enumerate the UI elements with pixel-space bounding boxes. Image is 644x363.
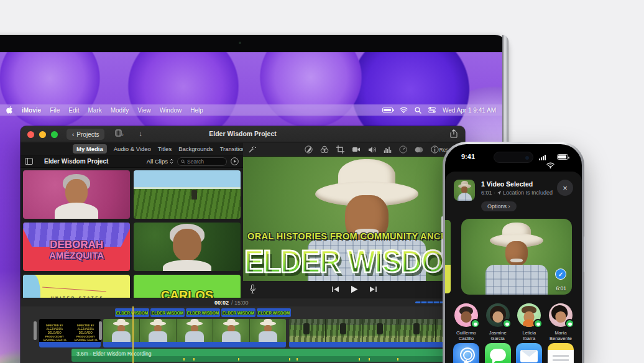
title-clip-label: ELDER WISDOM bbox=[152, 311, 183, 315]
clip-thumbnail-elder-woman-closeup[interactable] bbox=[134, 223, 241, 271]
menu-clock[interactable]: Wed Apr 1 9:41 AM bbox=[443, 107, 496, 114]
menu-mark[interactable]: Mark bbox=[88, 107, 101, 114]
title-clip[interactable]: ELDER WISDOM bbox=[150, 308, 185, 317]
check-glyph: ✓ bbox=[558, 271, 563, 278]
tab-titles[interactable]: Titles bbox=[158, 145, 172, 152]
contact-name: LeticiaIbarra bbox=[522, 330, 536, 341]
menu-imovie[interactable]: iMovie bbox=[22, 107, 41, 114]
contact-guillermo[interactable]: GuillermoCastillo bbox=[451, 303, 481, 341]
tab-backgrounds[interactable]: Backgrounds bbox=[178, 145, 213, 152]
spotlight-search-icon[interactable] bbox=[415, 107, 421, 114]
contact-name: GuillermoCastillo bbox=[456, 330, 476, 341]
credit-name: ALEJANDRA DELGADO bbox=[46, 328, 63, 334]
media-browser-pane: My Media Audio & Video Titles Background… bbox=[21, 143, 243, 298]
video-clip-farm-field[interactable] bbox=[289, 319, 460, 347]
clip-thumbnail-deborah-title[interactable]: DEBORAH AMÉZQUITA bbox=[23, 223, 130, 271]
selected-video-card[interactable]: ✓ 6:01 bbox=[461, 219, 572, 295]
info-icon[interactable] bbox=[431, 145, 439, 154]
viewer-pane: Reset All ORAL HISTORIES FROM COMMUNITY … bbox=[243, 143, 465, 298]
title-clip[interactable]: ELDER WISDOM bbox=[186, 308, 220, 317]
battery-icon[interactable] bbox=[382, 108, 393, 113]
control-center-icon[interactable] bbox=[428, 107, 436, 113]
menu-bar: iMovie File Edit Mark Modify View Window… bbox=[0, 104, 502, 116]
title-clip[interactable]: ELDER WISDOM bbox=[257, 308, 291, 317]
share-apps-row: AirDrop Messages Mail Notes bbox=[451, 343, 576, 363]
contact-leticia[interactable]: LeticiaIbarra bbox=[514, 303, 544, 341]
clips-filter-dropdown[interactable]: All Clips bbox=[147, 158, 173, 165]
messages-app[interactable]: Messages bbox=[483, 343, 513, 363]
clip-thumbnail-us-map[interactable]: UNITED STATES bbox=[23, 275, 130, 298]
clip-trim-handle[interactable] bbox=[99, 321, 102, 340]
audio-clip-label: 3.6m - Elder Wisdom Recording bbox=[76, 351, 151, 357]
menu-view[interactable]: View bbox=[137, 107, 151, 114]
media-project-name: Elder Wisdom Project bbox=[44, 158, 108, 165]
airdrop-icon bbox=[453, 343, 479, 363]
play-button[interactable] bbox=[351, 285, 358, 293]
close-share-sheet-button[interactable]: × bbox=[557, 180, 573, 196]
menu-modify[interactable]: Modify bbox=[111, 107, 129, 114]
menu-help[interactable]: Help bbox=[190, 107, 203, 114]
menu-window[interactable]: Window bbox=[160, 107, 182, 114]
viewer-canvas[interactable]: ORAL HISTORIES FROM COMMUNITY ANCESTORS … bbox=[243, 157, 465, 281]
crop-icon[interactable] bbox=[336, 145, 344, 154]
timeline-tracks: ELDER WISDOM ELDER WISDOM ELDER WISDOM E… bbox=[21, 306, 465, 363]
clip-thumbnail-elder-woman[interactable] bbox=[23, 170, 130, 219]
media-thumbnail-grid: DEBORAH AMÉZQUITA UNITED STATES CARLOS P bbox=[23, 170, 241, 298]
iphone-device: 9:41 1 Video Selected 6:01 · Location Is… bbox=[443, 142, 584, 363]
messages-badge-icon bbox=[533, 319, 543, 328]
timeline-playhead[interactable] bbox=[132, 306, 134, 363]
notes-app[interactable]: Notes bbox=[546, 343, 576, 363]
messages-share-icon bbox=[485, 343, 511, 363]
video-clip-elder-man[interactable] bbox=[103, 319, 286, 347]
timeline-current-time: 00:02 bbox=[214, 300, 229, 306]
color-balance-icon[interactable] bbox=[305, 145, 313, 154]
title-clip[interactable]: ELDER WISDOM bbox=[221, 308, 255, 317]
share-icon[interactable] bbox=[450, 129, 458, 138]
video-track: DIRECTED BYALEJANDRA DELGADOPRODUCED BYJ… bbox=[21, 319, 465, 347]
options-button[interactable]: Options › bbox=[481, 201, 517, 211]
volume-icon[interactable] bbox=[368, 146, 376, 154]
speed-gauge-icon[interactable] bbox=[399, 145, 407, 154]
sidebar-toggle-icon[interactable] bbox=[25, 158, 33, 165]
tab-audio-video[interactable]: Audio & Video bbox=[114, 145, 151, 152]
contact-maria[interactable]: MaríaBenavente bbox=[546, 303, 576, 341]
viewer-title-text: ELDER WISDOM bbox=[244, 243, 465, 280]
updown-chevron-icon bbox=[170, 159, 173, 164]
color-palette-icon[interactable] bbox=[320, 145, 329, 154]
tab-my-media[interactable]: My Media bbox=[73, 144, 107, 154]
enhance-wand-icon[interactable] bbox=[248, 145, 256, 154]
menu-edit[interactable]: Edit bbox=[68, 107, 79, 114]
airdrop-app[interactable]: AirDrop bbox=[451, 343, 481, 363]
filters-icon[interactable] bbox=[415, 146, 423, 154]
cellular-signal-icon bbox=[539, 155, 546, 160]
credits-clip[interactable]: DIRECTED BYALEJANDRA DELGADOPRODUCED BYJ… bbox=[39, 319, 101, 347]
clip-thumbnail-farm-field[interactable] bbox=[134, 170, 241, 219]
next-frame-button[interactable] bbox=[369, 286, 377, 293]
voiceover-mic-icon[interactable] bbox=[249, 284, 256, 294]
window-titlebar: ‹ Projects ♪ ↓ Elder Wisdom Project bbox=[21, 126, 465, 142]
iphone-clock: 9:41 bbox=[461, 153, 475, 160]
mail-app[interactable]: Mail bbox=[514, 343, 544, 363]
search-field[interactable] bbox=[177, 157, 227, 166]
title-clip-label: ELDER WISDOM bbox=[187, 311, 219, 315]
stabilization-camera-icon[interactable] bbox=[352, 146, 361, 153]
share-video-thumb bbox=[454, 180, 475, 201]
wifi-icon[interactable] bbox=[400, 107, 408, 113]
media-tabbar: My Media Audio & Video Titles Background… bbox=[21, 143, 243, 155]
timeline-section: 00:02 / 15:00 Settings ELDER WISDOM ELDE… bbox=[21, 298, 465, 363]
previous-frame-button[interactable] bbox=[331, 286, 339, 293]
dynamic-island bbox=[494, 152, 533, 163]
tab-transitions[interactable]: Transitions bbox=[220, 145, 243, 152]
search-input[interactable] bbox=[187, 159, 223, 165]
clip-thumbnail-carlos-title[interactable]: CARLOS PLASENCIA bbox=[134, 275, 241, 298]
iphone-wifi-icon bbox=[546, 162, 554, 168]
clip-trim-handle[interactable] bbox=[34, 321, 37, 340]
equalizer-icon[interactable] bbox=[384, 146, 392, 154]
play-filter-icon[interactable] bbox=[231, 157, 239, 165]
menu-file[interactable]: File bbox=[50, 107, 60, 114]
apple-menu-icon[interactable] bbox=[6, 106, 13, 114]
window-title: Elder Wisdom Project bbox=[21, 130, 465, 137]
contact-jasmine[interactable]: JasmineGarcia bbox=[483, 303, 513, 341]
audio-clip-recording[interactable]: 3.6m - Elder Wisdom Recording bbox=[71, 349, 460, 362]
messages-badge-icon bbox=[565, 319, 574, 328]
